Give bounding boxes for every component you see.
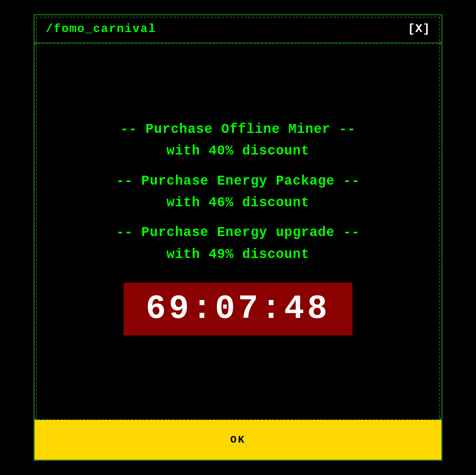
offer-2-title: -- Purchase Energy Package --: [116, 172, 360, 191]
close-button[interactable]: [X]: [408, 22, 430, 36]
offer-1-title: -- Purchase Offline Miner --: [120, 120, 356, 139]
offer-3: -- Purchase Energy upgrade -- with 49% d…: [116, 223, 360, 264]
offer-1-discount: with 40% discount: [120, 142, 356, 160]
offer-1: -- Purchase Offline Miner -- with 40% di…: [120, 120, 356, 161]
timer-display: 69:07:48: [146, 290, 330, 328]
title-bar: /fomo_carnival [X]: [35, 15, 441, 43]
content-area: -- Purchase Offline Miner -- with 40% di…: [35, 44, 441, 419]
main-dialog: /fomo_carnival [X] -- Purchase Offline M…: [33, 14, 443, 461]
offer-3-discount: with 49% discount: [116, 245, 360, 264]
offer-2: -- Purchase Energy Package -- with 46% d…: [116, 172, 360, 213]
offer-3-title: -- Purchase Energy upgrade --: [116, 223, 360, 242]
ok-button[interactable]: OK: [35, 420, 441, 460]
offer-2-discount: with 46% discount: [116, 194, 360, 212]
timer-container: 69:07:48: [123, 283, 353, 335]
window-title: /fomo_carnival: [46, 22, 156, 36]
